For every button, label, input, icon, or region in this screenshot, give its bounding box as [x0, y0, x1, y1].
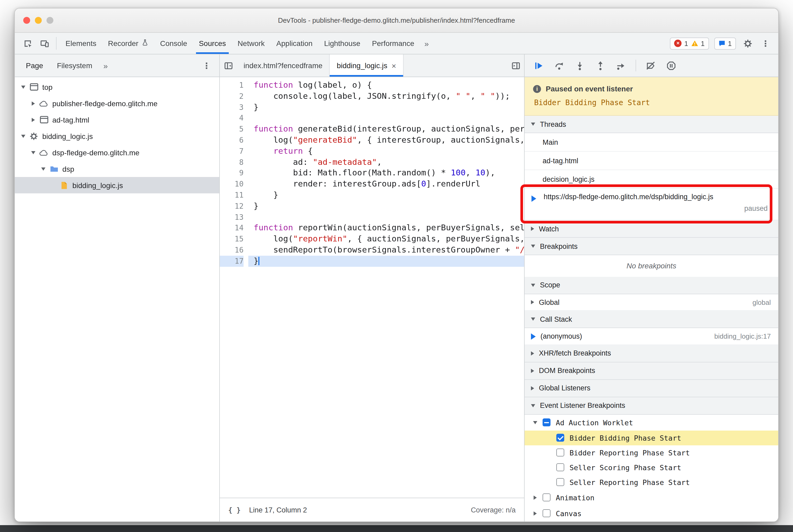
more-navigator-tabs-button[interactable]: » [99, 61, 112, 70]
inspect-element-button[interactable] [19, 33, 36, 54]
line-number[interactable]: 1 [220, 80, 244, 91]
elb-item-bidder-bidding-phase-start[interactable]: Bidder Bidding Phase Start [525, 431, 778, 445]
expand-icon[interactable] [29, 101, 38, 106]
kebab-menu-icon[interactable]: ⋮ [759, 38, 772, 48]
line-number[interactable]: 13 [220, 212, 244, 223]
tree-item-bidding-logic-js[interactable]: bidding_logic.js [15, 177, 219, 193]
tree-item-top[interactable]: top [15, 79, 219, 95]
collapse-icon[interactable] [19, 134, 27, 138]
elb-item-seller-reporting-phase-start[interactable]: Seller Reporting Phase Start [525, 475, 778, 490]
elb-item-bidder-reporting-phase-start[interactable]: Bidder Reporting Phase Start [525, 445, 778, 460]
tab-recorder[interactable]: Recorder [102, 33, 154, 54]
line-number-gutter[interactable]: 1234567891011121314151617 [220, 80, 248, 498]
line-number[interactable]: 11 [220, 190, 244, 201]
expand-icon[interactable] [29, 117, 38, 122]
collapse-icon[interactable] [29, 151, 38, 154]
tab-application[interactable]: Application [270, 33, 318, 54]
elb-group-ad-auction-worklet[interactable]: Ad Auction Worklet [525, 415, 778, 431]
pretty-print-button[interactable]: { } [228, 506, 241, 514]
settings-gear-icon[interactable] [741, 39, 754, 48]
editor-tab-bidding-logic[interactable]: bidding_logic.js × [330, 54, 404, 77]
line-number[interactable]: 7 [220, 146, 244, 157]
section-breakpoints[interactable]: Breakpoints [525, 238, 778, 255]
checkbox-seller-scoring-phase-start[interactable] [556, 463, 564, 472]
section-dom-breakpoints[interactable]: DOM Breakpoints [525, 362, 778, 380]
toggle-debugger-icon[interactable] [507, 54, 524, 77]
line-number[interactable]: 12 [220, 201, 244, 212]
tree-item-dsp-fledge-demo-glitch-me[interactable]: dsp-fledge-demo.glitch.me [15, 144, 219, 160]
checkbox-bidder-bidding-phase-start[interactable] [556, 434, 564, 442]
tree-item-dsp[interactable]: dsp [15, 160, 219, 177]
editor-tab-index-html[interactable]: index.html?fencedframe [237, 54, 330, 77]
line-number[interactable]: 16 [220, 245, 244, 256]
issues-counter[interactable]: × 1 1 [670, 37, 709, 50]
call-stack-frame[interactable]: (anonymous) bidding_logic.js:17 [525, 328, 778, 345]
thread-item-decision-logic-js[interactable]: decision_logic.js [525, 170, 778, 189]
section-global-listeners[interactable]: Global Listeners [525, 380, 778, 397]
thread-item-main[interactable]: Main [525, 133, 778, 152]
thread-item-ad-tag-html[interactable]: ad-tag.html [525, 152, 778, 170]
line-number[interactable]: 14 [220, 223, 244, 234]
minimize-window-button[interactable] [35, 17, 42, 24]
line-number[interactable]: 15 [220, 233, 244, 245]
collapse-icon[interactable] [531, 421, 540, 424]
pause-on-exceptions-icon[interactable] [662, 58, 680, 73]
tab-page[interactable]: Page [19, 54, 50, 77]
section-xhr-fetch-breakpoints[interactable]: XHR/fetch Breakpoints [525, 345, 778, 362]
scope-global-row[interactable]: Global global [525, 294, 778, 311]
collapse-icon[interactable] [39, 167, 48, 170]
deactivate-breakpoints-icon[interactable] [642, 58, 659, 73]
close-tab-icon[interactable]: × [392, 61, 396, 70]
section-scope[interactable]: Scope [525, 277, 778, 294]
elb-item-seller-scoring-phase-start[interactable]: Seller Scoring Phase Start [525, 460, 778, 475]
tab-network[interactable]: Network [232, 33, 270, 54]
zoom-window-button[interactable] [46, 17, 53, 24]
checkbox-ad-auction-worklet[interactable] [543, 419, 550, 426]
step-icon[interactable] [612, 58, 630, 73]
checkbox-canvas[interactable] [543, 510, 550, 517]
line-number[interactable]: 9 [220, 168, 244, 179]
tree-item-publisher-fledge-demo-glitch-me[interactable]: publisher-fledge-demo.glitch.me [15, 95, 219, 112]
checkbox-bidder-reporting-phase-start[interactable] [556, 449, 564, 457]
expand-icon[interactable] [531, 496, 540, 500]
tab-console[interactable]: Console [154, 33, 193, 54]
tab-elements[interactable]: Elements [60, 33, 102, 54]
elb-group-canvas[interactable]: Canvas [525, 506, 778, 521]
checkbox-animation[interactable] [543, 494, 550, 501]
line-number[interactable]: 5 [220, 124, 244, 135]
line-number[interactable]: 17 [220, 256, 244, 267]
tree-item-ad-tag-html[interactable]: ad-tag.html [15, 112, 219, 128]
tab-filesystem[interactable]: Filesystem [50, 54, 99, 77]
line-number[interactable]: 2 [220, 91, 244, 102]
messages-counter[interactable]: 1 [714, 37, 736, 50]
line-number[interactable]: 4 [220, 113, 244, 124]
step-into-icon[interactable] [571, 58, 588, 73]
code-content[interactable]: function log(label, o) { console.log(lab… [248, 80, 524, 498]
line-number[interactable]: 6 [220, 135, 244, 146]
expand-icon[interactable] [531, 511, 540, 516]
code-editor[interactable]: 1234567891011121314151617 function log(l… [220, 77, 524, 498]
close-window-button[interactable] [23, 17, 30, 24]
step-out-icon[interactable] [592, 58, 609, 73]
step-over-icon[interactable] [550, 58, 568, 73]
resume-script-icon[interactable] [530, 58, 547, 73]
device-toolbar-button[interactable] [36, 33, 53, 54]
tab-performance[interactable]: Performance [366, 33, 420, 54]
thread-item-active[interactable]: https://dsp-fledge-demo.glitch.me/dsp/bi… [525, 189, 778, 220]
navigator-menu-icon[interactable]: ⋮ [202, 60, 219, 71]
section-watch[interactable]: Watch [525, 220, 778, 238]
line-number[interactable]: 8 [220, 157, 244, 168]
checkbox-seller-reporting-phase-start[interactable] [556, 478, 564, 486]
tab-lighthouse[interactable]: Lighthouse [318, 33, 366, 54]
toggle-navigator-icon[interactable] [220, 54, 237, 77]
collapse-icon[interactable] [19, 85, 27, 89]
elb-group-animation[interactable]: Animation [525, 490, 778, 506]
line-number[interactable]: 10 [220, 178, 244, 190]
section-threads[interactable]: Threads [525, 116, 778, 133]
tab-sources[interactable]: Sources [193, 33, 232, 54]
tree-item-bidding-logic-js[interactable]: bidding_logic.js [15, 128, 219, 144]
more-panels-button[interactable]: » [420, 33, 433, 54]
line-number[interactable]: 3 [220, 102, 244, 113]
section-call-stack[interactable]: Call Stack [525, 311, 778, 328]
section-event-listener-breakpoints[interactable]: Event Listener Breakpoints [525, 397, 778, 415]
